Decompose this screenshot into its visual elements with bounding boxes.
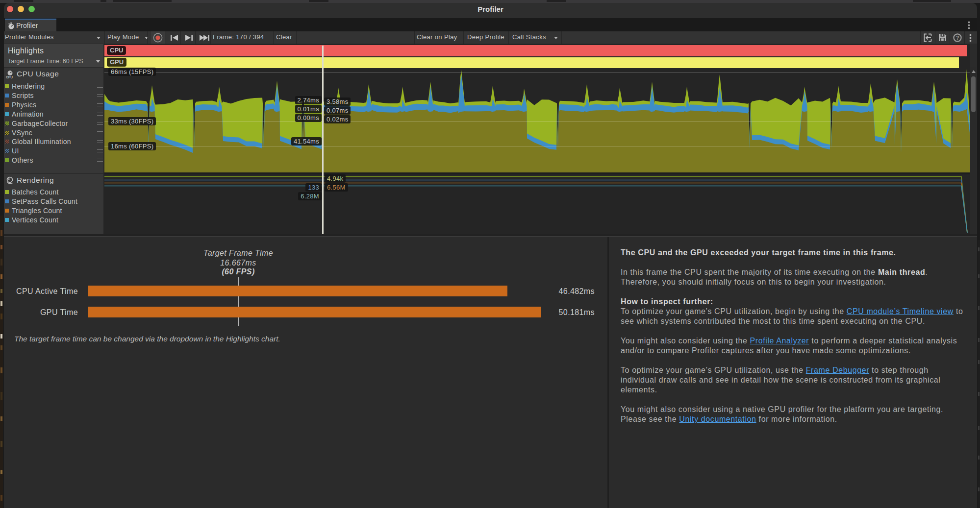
- svg-text:CPU: CPU: [6, 75, 13, 79]
- svg-text:?: ?: [956, 35, 959, 41]
